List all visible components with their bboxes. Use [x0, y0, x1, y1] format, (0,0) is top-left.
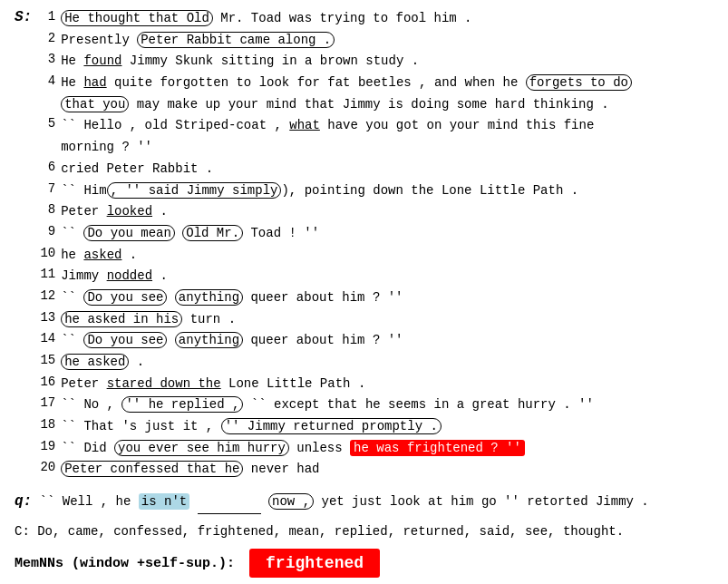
- outline-you-ever-see-him-hurry: you ever see him hurry: [114, 440, 289, 456]
- line-number-8: 8: [35, 202, 61, 222]
- line-number-16: 16: [35, 375, 61, 394]
- story-line-11: S: 11 Jimmy nodded .: [15, 267, 713, 287]
- story-line-19: S: 19 `` Did you ever see him hurry unle…: [15, 439, 713, 459]
- story-line-2: S: 2 Presently Peter Rabbit came along .: [15, 31, 713, 51]
- line-16-text: Peter stared down the Lone Little Path .: [61, 375, 713, 394]
- story-line-18: S: 18 `` That 's just it , '' Jimmy retu…: [15, 417, 713, 437]
- story-line-12: S: 12 `` Do you see anything queer about…: [15, 288, 713, 308]
- outline-do-you-see-12: Do you see: [83, 289, 167, 306]
- story-line-14: S: 14 `` Do you see anything queer about…: [15, 331, 713, 351]
- line-11-text: Jimmy nodded .: [61, 267, 713, 287]
- story-line-8: S: 8 Peter looked .: [15, 202, 713, 222]
- story-line-s: S: 1 He thought that Old Mr. Toad was tr…: [15, 9, 713, 29]
- story-line-5b: S: morning ? '': [15, 138, 713, 158]
- story-line-7: S: 7 `` Him, '' said Jimmy simply), poin…: [15, 181, 713, 201]
- mem-label: MemNNs (window +self-sup.):: [15, 556, 235, 571]
- outline-said-jimmy: , '' said Jimmy simply: [107, 182, 282, 199]
- line-number-12: 12: [35, 288, 61, 308]
- line-20-text: Peter confessed that he never had: [61, 460, 713, 480]
- line-3-text: He found Jimmy Skunk sitting in a brown …: [61, 52, 713, 72]
- line-10-text: he asked .: [61, 246, 713, 266]
- line-17-text: `` No , '' he replied , `` except that h…: [61, 395, 713, 415]
- line-2-text: Presently Peter Rabbit came along .: [61, 31, 713, 51]
- line-number-4b: [35, 95, 61, 115]
- line-8-text: Peter looked .: [61, 202, 713, 222]
- line-number-14: 14: [35, 331, 61, 351]
- story-line-15: S: 15 he asked .: [15, 353, 713, 373]
- outline-do-you-mean: Do you mean: [83, 225, 174, 241]
- line-15-text: he asked .: [61, 353, 713, 373]
- outline-he-asked-15: he asked: [61, 354, 129, 370]
- line-13-text: he asked in his turn .: [61, 310, 713, 330]
- outline-peter-rabbit: Peter Rabbit came along .: [137, 32, 335, 48]
- underline-had: had: [83, 75, 106, 90]
- highlight-frightened: he was frightened ? '': [350, 440, 525, 456]
- mem-section: MemNNs (window +self-sup.): frightened: [15, 549, 713, 578]
- line-number-11: 11: [35, 267, 61, 287]
- line-number-13: 13: [35, 310, 61, 330]
- line-number-4: 4: [35, 73, 61, 93]
- main-container: S: 1 He thought that Old Mr. Toad was tr…: [15, 9, 713, 578]
- underline-found: found: [83, 54, 121, 68]
- candidates-section: C: Do, came, confessed, frightened, mean…: [15, 521, 713, 541]
- line-9-text: `` Do you mean Old Mr. Toad ! '': [61, 224, 713, 244]
- highlight-isnt: is n't: [139, 493, 189, 510]
- story-line-4b: S: that you may make up your mind that J…: [15, 95, 713, 115]
- outline-now: now ,: [268, 493, 314, 510]
- story-line-20: S: 20 Peter confessed that he never had: [15, 460, 713, 480]
- story-line-4: S: 4 He had quite forgotten to look for …: [15, 73, 713, 93]
- line-number-3: 3: [35, 52, 61, 72]
- line-19-text: `` Did you ever see him hurry unless he …: [61, 439, 713, 459]
- line-number-5b: [35, 138, 61, 158]
- story-line-9: S: 9 `` Do you mean Old Mr. Toad ! '': [15, 224, 713, 244]
- underline-what: what: [289, 118, 320, 132]
- story-line-3: S: 3 He found Jimmy Skunk sitting in a b…: [15, 52, 713, 72]
- outline-anything-14: anything: [175, 332, 243, 348]
- story-line-6: S: 6 cried Peter Rabbit .: [15, 160, 713, 180]
- outline-jimmy-returned: '' Jimmy returned promptly .: [221, 418, 442, 434]
- story-line-16: S: 16 Peter stared down the Lone Little …: [15, 375, 713, 394]
- line-7-text: `` Him, '' said Jimmy simply), pointing …: [61, 181, 713, 201]
- story-line-10: S: 10 he asked .: [15, 246, 713, 266]
- line-number-2: 2: [35, 31, 61, 51]
- outline-he-asked-in-his: he asked in his: [61, 311, 182, 327]
- s-label: S:: [15, 9, 32, 29]
- c-text: C: Do, came, confessed, frightened, mean…: [15, 524, 624, 539]
- line-number-10: 10: [35, 246, 61, 266]
- line-number-6: 6: [35, 160, 61, 180]
- line-number-7: 7: [35, 181, 61, 201]
- story-line-13: S: 13 he asked in his turn .: [15, 310, 713, 330]
- q-text: `` Well , he is n't now , yet just look …: [40, 494, 649, 509]
- line-number-20: 20: [35, 460, 61, 480]
- line-14-text: `` Do you see anything queer about him ?…: [61, 331, 713, 351]
- line-18-text: `` That 's just it , '' Jimmy returned p…: [61, 417, 713, 437]
- line-number-1: 1: [35, 9, 61, 29]
- underline-asked: asked: [83, 248, 121, 262]
- blank-field: [198, 513, 261, 514]
- line-number-18: 18: [35, 417, 61, 437]
- line-6-text: cried Peter Rabbit .: [61, 160, 713, 180]
- line-5-text: `` Hello , old Striped-coat , what have …: [61, 116, 713, 136]
- line-4-text: He had quite forgotten to look for fat b…: [61, 73, 713, 93]
- outline-do-you-see-14: Do you see: [83, 332, 167, 348]
- line-number-17: 17: [35, 395, 61, 415]
- line-number-5: 5: [35, 116, 61, 136]
- story-line-5: S: 5 `` Hello , old Striped-coat , what …: [15, 116, 713, 136]
- story-section: S: 1 He thought that Old Mr. Toad was tr…: [15, 9, 713, 480]
- question-section: q: `` Well , he is n't now , yet just lo…: [15, 491, 713, 514]
- underline-looked: looked: [107, 204, 152, 219]
- line-1-text: He thought that Old Mr. Toad was trying …: [61, 9, 713, 29]
- outline-forgets-to-do: forgets to do: [526, 74, 632, 91]
- mem-answer: frightened: [249, 549, 380, 578]
- underline-stared-down-the: stared down the: [107, 376, 221, 391]
- outline-old-mr: Old Mr.: [182, 225, 243, 241]
- line-5b-text: morning ? '': [61, 138, 713, 158]
- line-number-15: 15: [35, 353, 61, 373]
- line-12-text: `` Do you see anything queer about him ?…: [61, 288, 713, 308]
- q-label: q:: [15, 493, 32, 510]
- story-line-17: S: 17 `` No , '' he replied , `` except …: [15, 395, 713, 415]
- outline-anything-12: anything: [175, 289, 243, 306]
- underline-nodded: nodded: [107, 268, 152, 283]
- outline-that-you: that you: [61, 96, 129, 112]
- outline-he-thought: He thought that Old: [61, 10, 213, 26]
